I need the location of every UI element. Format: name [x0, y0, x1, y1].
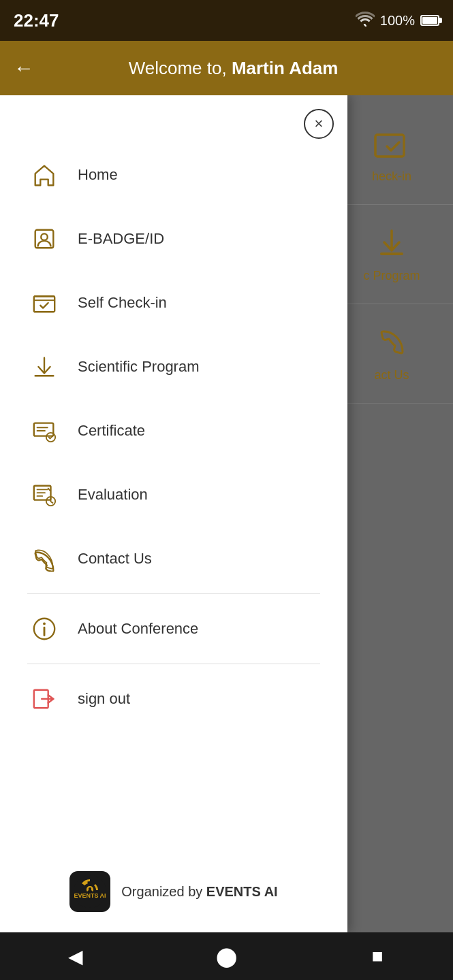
bg-checkin-icon — [373, 129, 411, 164]
menu-item-about[interactable]: About Conference — [20, 597, 327, 661]
menu-item-signout[interactable]: sign out — [20, 667, 327, 731]
menu-label-contact: Contact Us — [78, 550, 152, 568]
menu-item-contact[interactable]: Contact Us — [20, 527, 327, 591]
badge-icon — [27, 222, 61, 256]
bg-contact-label: act Us — [374, 368, 409, 382]
menu-label-home: Home — [78, 166, 118, 184]
bg-contact-icon — [375, 325, 409, 363]
battery-icon — [420, 15, 439, 26]
status-bar: 22:47 100% — [0, 0, 453, 41]
nav-back-button[interactable]: ◀ — [59, 939, 93, 973]
navigation-bar: ◀ ⬤ ■ — [0, 932, 453, 980]
svg-rect-5 — [34, 423, 54, 436]
svg-text:EVENTS AI: EVENTS AI — [74, 892, 106, 899]
header-title: Welcome to, Martin Adam — [48, 58, 439, 79]
svg-point-3 — [41, 233, 48, 240]
menu-item-home[interactable]: Home — [20, 143, 327, 207]
menu-label-about: About Conference — [78, 620, 198, 638]
events-ai-logo: EVENTS AI — [69, 871, 110, 912]
menu-divider-1 — [27, 593, 320, 594]
menu-label-ebadge: E-BADGE/ID — [78, 230, 164, 248]
info-icon — [27, 612, 61, 646]
wifi-icon — [356, 12, 375, 30]
menu-label-evaluation: Evaluation — [78, 486, 148, 504]
navigation-drawer: × Home — [0, 95, 347, 932]
bg-program-label: c Program — [363, 269, 420, 283]
svg-rect-4 — [34, 297, 54, 312]
nav-recents-button[interactable]: ■ — [360, 939, 394, 973]
background-icons: heck-in c Program act — [330, 95, 453, 932]
drawer-footer: EVENTS AI Organized by EVENTS AI — [0, 858, 347, 932]
menu-item-evaluation[interactable]: Evaluation — [20, 463, 327, 527]
svg-rect-1 — [380, 252, 403, 255]
certificate-icon — [27, 414, 61, 448]
nav-home-button[interactable]: ⬤ — [209, 939, 243, 973]
menu-item-checkin[interactable]: Self Check-in — [20, 271, 327, 335]
main-area: heck-in c Program act — [0, 95, 453, 932]
menu-item-program[interactable]: Scientific Program — [20, 335, 327, 399]
app-header: ← Welcome to, Martin Adam — [0, 41, 453, 95]
status-time: 22:47 — [14, 10, 59, 31]
phone-icon — [27, 542, 61, 576]
menu-label-certificate: Certificate — [78, 422, 145, 440]
bg-program-item: c Program — [330, 205, 453, 304]
footer-text: Organized by EVENTS AI — [121, 884, 277, 900]
download-icon — [27, 350, 61, 384]
menu-label-signout: sign out — [78, 690, 130, 708]
status-icons: 100% — [356, 12, 439, 30]
checkin-icon — [27, 286, 61, 320]
evaluation-icon — [27, 478, 61, 512]
menu-label-program: Scientific Program — [78, 358, 200, 376]
bg-checkin-label: heck-in — [372, 169, 411, 184]
menu-list: Home E-BADGE/ID — [0, 95, 347, 858]
bg-program-icon — [375, 225, 409, 263]
close-drawer-button[interactable]: × — [304, 109, 334, 139]
menu-item-ebadge[interactable]: E-BADGE/ID — [20, 207, 327, 271]
back-button[interactable]: ← — [14, 56, 34, 80]
menu-label-checkin: Self Check-in — [78, 294, 167, 312]
signout-icon — [27, 682, 61, 716]
bg-contact-item: act Us — [330, 304, 453, 404]
battery-percent: 100% — [380, 13, 415, 29]
menu-divider-2 — [27, 664, 320, 664]
svg-rect-0 — [375, 135, 404, 157]
bg-checkin-item: heck-in — [330, 109, 453, 205]
home-icon — [27, 158, 61, 192]
menu-item-certificate[interactable]: Certificate — [20, 399, 327, 463]
svg-point-10 — [43, 623, 46, 625]
